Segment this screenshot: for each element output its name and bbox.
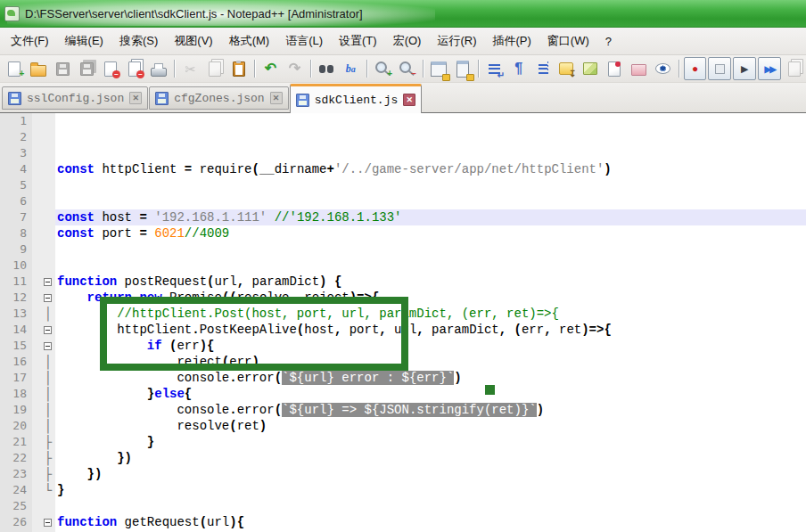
code-line[interactable] bbox=[55, 498, 806, 514]
menu-search[interactable]: 搜索(S) bbox=[111, 29, 166, 53]
code-line[interactable]: } bbox=[55, 482, 806, 498]
monitoring-button[interactable] bbox=[652, 57, 674, 80]
code-line[interactable]: }) bbox=[55, 450, 806, 466]
code-line[interactable]: console.error(`${url} => ${JSON.stringif… bbox=[55, 402, 806, 418]
paste-button[interactable] bbox=[227, 57, 250, 80]
tab-close-icon[interactable]: ✕ bbox=[270, 92, 283, 104]
replace-button[interactable]: ba bbox=[340, 57, 362, 80]
menu-edit[interactable]: 编辑(E) bbox=[57, 29, 111, 53]
fold-collapse-icon[interactable] bbox=[32, 322, 55, 338]
code-line[interactable]: } bbox=[55, 434, 806, 450]
close-file-button[interactable]: − bbox=[100, 57, 122, 80]
tab-sslConfig.json[interactable]: sslConfig.json✕ bbox=[2, 86, 148, 110]
code-line[interactable] bbox=[55, 258, 806, 274]
title-bar[interactable]: D:\FSServer\server\client\sdkClient.js -… bbox=[0, 0, 806, 28]
code-line[interactable]: const host = '192.168.1.111' //'192.168.… bbox=[55, 209, 806, 225]
line-number: 10 bbox=[0, 258, 32, 274]
code-line[interactable]: }) bbox=[55, 466, 806, 482]
find-icon bbox=[317, 59, 336, 78]
close-all-button[interactable]: − bbox=[124, 57, 146, 80]
save-file-icon bbox=[53, 59, 72, 78]
print-button[interactable] bbox=[147, 57, 169, 80]
code-row-4: 4const httpClient = require(__dirname+'/… bbox=[0, 161, 806, 177]
toolbar-separator bbox=[478, 60, 479, 78]
macro-record-button[interactable]: ● bbox=[684, 57, 707, 80]
document-map-button[interactable] bbox=[580, 57, 602, 80]
line-number: 13 bbox=[0, 306, 32, 322]
fold-collapse-icon[interactable] bbox=[32, 290, 55, 306]
code-token: ( bbox=[275, 403, 282, 417]
open-file-button[interactable] bbox=[28, 57, 50, 80]
close-file-icon: − bbox=[101, 59, 120, 78]
tab-close-icon[interactable]: ✕ bbox=[129, 92, 142, 104]
menu-run[interactable]: 运行(R) bbox=[429, 29, 484, 53]
menu-settings[interactable]: 设置(T) bbox=[331, 29, 385, 53]
menu-language[interactable]: 语言(L) bbox=[277, 29, 331, 53]
code-token: postRequest bbox=[117, 274, 207, 289]
code-line[interactable] bbox=[55, 113, 806, 129]
code-token: )=>{ bbox=[581, 323, 612, 337]
fold-marker: ├ bbox=[32, 434, 55, 450]
word-wrap-button[interactable]: ↵ bbox=[483, 57, 506, 80]
fold-collapse-icon[interactable] bbox=[32, 274, 55, 290]
tab-sdkClient.js[interactable]: sdkClient.js✕ bbox=[290, 84, 423, 113]
code-token: else bbox=[154, 387, 185, 401]
toolbar-separator bbox=[254, 60, 255, 78]
sync-horizontal-scroll-button[interactable] bbox=[451, 57, 473, 80]
fold-collapse-icon[interactable] bbox=[32, 514, 55, 530]
menu-help[interactable]: ? bbox=[597, 31, 620, 52]
menu-file[interactable]: 文件(F) bbox=[3, 29, 57, 53]
code-line[interactable]: const httpClient = require(__dirname+'/.… bbox=[55, 161, 806, 177]
code-line[interactable]: const port = 6021//4009 bbox=[55, 225, 806, 241]
code-line[interactable]: function getRequest(url){ bbox=[55, 514, 806, 530]
new-file-button[interactable]: + bbox=[4, 57, 26, 80]
macro-play-button[interactable]: ▶ bbox=[733, 57, 756, 80]
document-list-button[interactable] bbox=[604, 57, 626, 80]
indent-guide-button[interactable] bbox=[531, 57, 554, 80]
code-line[interactable]: function postRequest(url, paramDict) { bbox=[55, 274, 806, 290]
zoom-out-button[interactable]: − bbox=[396, 57, 418, 80]
zoom-in-button[interactable]: + bbox=[372, 57, 394, 80]
fold-marker bbox=[32, 193, 55, 209]
code-line[interactable] bbox=[55, 129, 806, 145]
code-line[interactable] bbox=[55, 177, 806, 193]
menu-plugins[interactable]: 插件(P) bbox=[484, 29, 539, 53]
menu-macro[interactable]: 宏(O) bbox=[385, 29, 430, 53]
code-token: , bbox=[544, 323, 551, 337]
new-file-icon: + bbox=[4, 59, 24, 78]
line-number: 6 bbox=[0, 193, 32, 209]
code-line[interactable]: console.error(`${url} error : ${err}`) bbox=[55, 370, 806, 386]
code-line[interactable] bbox=[55, 145, 806, 161]
fold-collapse-icon[interactable] bbox=[32, 338, 55, 354]
folder-as-workspace-button[interactable] bbox=[628, 57, 650, 80]
macro-run-multiple-button[interactable]: ▶▶ bbox=[758, 57, 781, 80]
cut-button: ✂ bbox=[179, 57, 202, 80]
menu-format[interactable]: 格式(M) bbox=[221, 29, 278, 53]
line-number: 19 bbox=[0, 402, 32, 418]
code-line[interactable] bbox=[55, 241, 806, 258]
show-all-characters-button[interactable]: ¶ bbox=[507, 57, 530, 80]
menu-view[interactable]: 视图(V) bbox=[166, 29, 220, 53]
menu-window[interactable]: 窗口(W) bbox=[539, 29, 597, 53]
tab-cfgZones.json[interactable]: cfgZones.json✕ bbox=[149, 86, 288, 110]
monitoring-icon bbox=[653, 59, 672, 78]
code-line[interactable]: }else{ bbox=[55, 386, 806, 402]
line-number: 25 bbox=[0, 498, 32, 514]
function-list-button[interactable]: ↧ bbox=[555, 57, 578, 80]
find-button[interactable] bbox=[316, 57, 338, 80]
code-line[interactable] bbox=[55, 193, 806, 209]
code-token: //4009 bbox=[185, 226, 229, 241]
code-row-8: 8const port = 6021//4009 bbox=[0, 225, 806, 241]
macro-stop-button[interactable] bbox=[708, 57, 731, 80]
sync-vertical-scroll-button[interactable] bbox=[428, 57, 450, 80]
code-token bbox=[506, 323, 514, 337]
menu-bar: 文件(F)编辑(E)搜索(S)视图(V)格式(M)语言(L)设置(T)宏(O)运… bbox=[0, 28, 806, 55]
editor-area[interactable]: 1234const httpClient = require(__dirname… bbox=[0, 113, 806, 532]
code-token: '192.168.1.111' bbox=[154, 210, 267, 225]
fold-marker: │ bbox=[32, 370, 55, 386]
code-line[interactable]: resolve(ret) bbox=[55, 418, 806, 434]
code-token: `${url} => ${JSON.stringify(ret)}` bbox=[282, 403, 537, 417]
fold-marker: │ bbox=[32, 402, 55, 418]
undo-button[interactable]: ↶ bbox=[259, 57, 282, 80]
tab-close-icon[interactable]: ✕ bbox=[403, 94, 415, 106]
